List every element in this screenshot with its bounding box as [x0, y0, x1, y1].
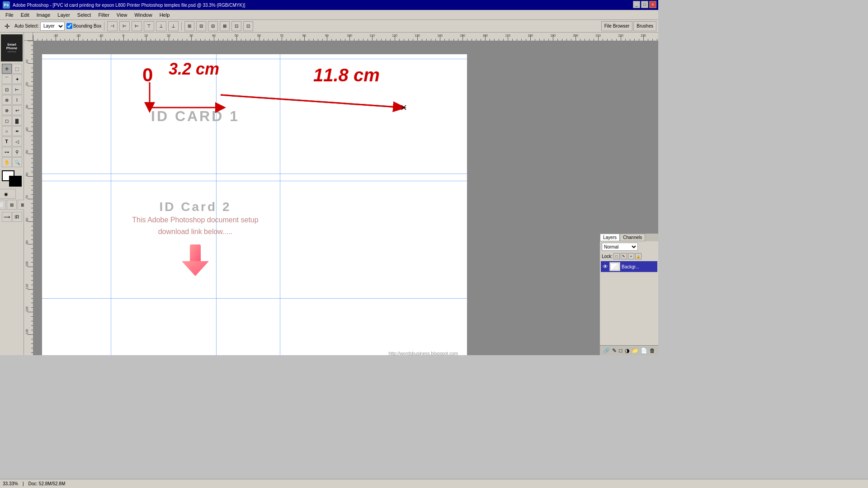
tool-row-1: ✛ ⬚	[2, 64, 22, 74]
align-right-button[interactable]: ⊢	[132, 21, 142, 31]
layer-visibility-icon[interactable]: 👁	[603, 263, 608, 270]
menu-filter[interactable]: Filter	[94, 11, 113, 19]
pen-tool[interactable]: ✒	[12, 126, 22, 136]
layer-background[interactable]: 👁 Backgr...	[601, 261, 657, 272]
gradient-tool[interactable]: ▓	[12, 116, 22, 126]
slice-tool[interactable]: ⊢	[12, 84, 22, 94]
menu-help[interactable]: Help	[156, 11, 174, 19]
align-left-button[interactable]: ⊣	[107, 21, 118, 31]
align-center-h-button[interactable]: ⊢	[119, 21, 130, 31]
standard-screen-icon[interactable]: ⬜	[0, 200, 6, 210]
layer-group-icon[interactable]: 📁	[632, 347, 638, 354]
new-layer-icon[interactable]: 📄	[641, 347, 647, 354]
overlay-line1: http://wordsbusiness.blogspot.com	[389, 351, 458, 355]
guide-v-3	[280, 54, 280, 355]
card2-sublabel-1: This Adobe Photoshop document setup	[123, 214, 267, 226]
imageready-icon[interactable]: IR	[12, 212, 22, 222]
dodge-tool[interactable]: ○	[2, 126, 12, 136]
bounding-box-checkbox[interactable]	[66, 23, 72, 29]
jump-to-icon[interactable]: ⟶	[2, 212, 12, 222]
menu-layer[interactable]: Layer	[54, 11, 74, 19]
view-mode-icons: ◉ ⬜ ⊞ ⊠	[0, 189, 28, 210]
hand-tool[interactable]: ✋	[2, 157, 12, 167]
tool-row-8: T ◁	[2, 136, 22, 146]
lasso-tool[interactable]: ⌒	[2, 74, 12, 84]
menu-window[interactable]: Window	[131, 11, 156, 19]
layer-style-icon[interactable]: ✎	[612, 347, 617, 354]
id-card-2: ID Card 2 This Adobe Photoshop document …	[111, 181, 280, 298]
tool-row-9: ⊶ ⚲	[2, 147, 22, 157]
delete-layer-icon[interactable]: 🗑	[650, 347, 655, 354]
layers-tab[interactable]: Layers	[600, 234, 620, 241]
color-selector[interactable]	[2, 170, 22, 187]
canvas-area[interactable]: ID CARD 1 ID Card 2 This Adobe Photoshop…	[24, 33, 658, 355]
align-top-button[interactable]: ⊤	[144, 21, 154, 31]
id-card-1: ID CARD 1	[111, 59, 280, 174]
card1-label: ID CARD 1	[151, 108, 240, 125]
lock-transparency-icon[interactable]: □	[613, 253, 620, 259]
layer-link-icon[interactable]: 🔗	[603, 347, 610, 354]
menu-file[interactable]: File	[2, 11, 17, 19]
fullscreen-icon[interactable]: ⊞	[7, 200, 17, 210]
move-tool[interactable]: ✛	[2, 64, 12, 74]
download-arrow-icon	[177, 242, 213, 279]
distribute-bottom-button[interactable]: ⊡	[243, 21, 253, 31]
quick-mask-icon[interactable]: ◉	[0, 189, 16, 199]
app-icon: Ps	[3, 1, 10, 9]
lock-position-icon[interactable]: +	[628, 253, 634, 259]
crop-tool[interactable]: ⊡	[2, 84, 12, 94]
title-bar: Ps Adobe Photoshop - [PVC id card printi…	[0, 0, 658, 10]
menu-edit[interactable]: Edit	[17, 11, 33, 19]
magic-wand-tool[interactable]: ✦	[12, 74, 22, 84]
channels-tab[interactable]: Channels	[620, 234, 645, 241]
menu-image[interactable]: Image	[33, 11, 54, 19]
path-tool[interactable]: ◁	[12, 136, 22, 146]
menu-select[interactable]: Select	[74, 11, 95, 19]
close-button[interactable]: ×	[649, 1, 656, 8]
layers-footer: 🔗 ✎ □ ◑ 📁 📄 🗑	[600, 345, 658, 355]
auto-select-dropdown[interactable]: Layer Group	[40, 22, 65, 31]
heal-tool[interactable]: ⊕	[2, 95, 12, 105]
align-middle-v-button[interactable]: ⊥	[156, 21, 166, 31]
minimize-button[interactable]: _	[633, 1, 640, 8]
brush-tool[interactable]: ⌇	[12, 95, 22, 105]
canvas-scroll[interactable]: ID CARD 1 ID Card 2 This Adobe Photoshop…	[33, 41, 658, 355]
brushes-tab[interactable]: Brushes	[633, 21, 656, 31]
distribute-center-button[interactable]: ⊟	[196, 21, 206, 31]
distribute-right-button[interactable]: ⊟	[208, 21, 218, 31]
lock-row: Lock: □ ✎ + 🔒	[600, 252, 658, 260]
svg-rect-2	[190, 244, 201, 263]
history-tool[interactable]: ↩	[12, 105, 22, 115]
eyedropper-tool[interactable]: ⊶	[2, 147, 12, 157]
toolbar-separator-2	[181, 22, 182, 31]
layers-panel: Layers Channels Normal Multiply Screen O…	[599, 233, 658, 355]
align-bottom-button[interactable]: ⊥	[168, 21, 179, 31]
distribute-middle-button[interactable]: ⊡	[231, 21, 241, 31]
lock-all-icon[interactable]: 🔒	[635, 253, 642, 259]
type-tool[interactable]: T	[2, 136, 12, 146]
lock-label: Lock:	[602, 254, 613, 259]
maximize-button[interactable]: □	[641, 1, 648, 8]
layer-adjustment-icon[interactable]: ◑	[625, 347, 629, 354]
tool-row-3: ⊡ ⊢	[2, 84, 22, 94]
tool-row-4: ⊕ ⌇	[2, 95, 22, 105]
title-text: Adobe Photoshop - [PVC id card printing …	[13, 3, 245, 8]
tool-row-5: ⊗ ↩	[2, 105, 22, 115]
menu-bar: File Edit Image Layer Select Filter View…	[0, 10, 658, 20]
auto-select-label: Auto Select:	[14, 23, 39, 28]
zoom-tool[interactable]: 🔍	[12, 157, 22, 167]
menu-view[interactable]: View	[113, 11, 131, 19]
stamp-tool[interactable]: ⊗	[2, 105, 12, 115]
foreground-color[interactable]	[9, 176, 22, 187]
distribute-left-button[interactable]: ⊞	[184, 21, 194, 31]
lock-image-icon[interactable]: ✎	[621, 253, 627, 259]
file-browser-tab[interactable]: File Browser	[601, 21, 633, 31]
distribute-top-button[interactable]: ⊠	[220, 21, 230, 31]
layer-mask-icon[interactable]: □	[619, 347, 622, 354]
blend-mode-select[interactable]: Normal Multiply Screen Overlay	[602, 243, 638, 251]
eraser-tool[interactable]: ◻	[2, 116, 12, 126]
ruler-h-canvas	[33, 33, 658, 41]
selection-tool[interactable]: ⬚	[12, 64, 22, 74]
bounding-box-label: Bounding Box	[66, 23, 101, 29]
notes-tool[interactable]: ⚲	[12, 147, 22, 157]
